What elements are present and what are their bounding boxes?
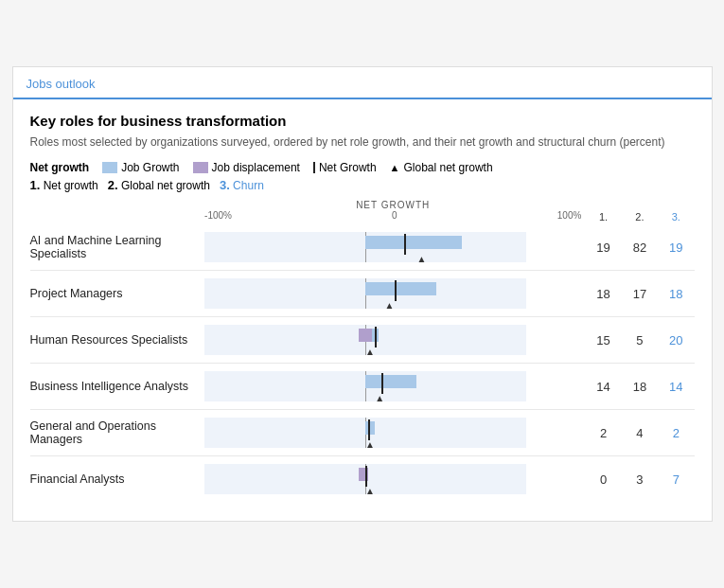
job-name-cell: General and Operations Managers: [30, 410, 202, 456]
num-col-3: 14: [658, 364, 694, 410]
page-title: Key roles for business transformation: [30, 113, 695, 129]
num-col-2: 82: [622, 224, 658, 271]
num-col-2: 5: [622, 317, 658, 364]
col-sublabel-1: 1. Net growth: [30, 178, 98, 192]
axis-scale: -100% 0 100%: [204, 210, 581, 223]
col-sublabel-3: 3. Churn: [220, 178, 264, 192]
table-row: General and Operations Managers▲242: [30, 410, 695, 456]
col-header-job: [30, 198, 202, 224]
bar-area: ▲: [204, 464, 526, 494]
axis-right: 100%: [557, 210, 582, 221]
job-name-cell: Financial Analysts: [30, 456, 202, 503]
tab-bar: Jobs outlook: [13, 67, 712, 99]
num-col-1: 0: [585, 456, 621, 503]
net-growth-marker: [395, 280, 397, 301]
bar-area: ▲: [204, 371, 526, 401]
header-col3: 3.: [658, 198, 694, 224]
bar-cell: ▲: [201, 410, 585, 456]
table-row: Financial Analysts▲037: [30, 456, 695, 503]
job-name-cell: Project Managers: [30, 271, 202, 317]
net-growth-marker: [404, 234, 406, 255]
legend: Net growth Job Growth Job displacement N…: [30, 161, 695, 174]
bar-cell: ▲: [201, 364, 585, 410]
header-col1: 1.: [585, 198, 621, 224]
job-name-cell: Business Intelligence Analysts: [30, 364, 202, 410]
num-col-1: 15: [585, 317, 621, 364]
bar-cell: ▲: [201, 456, 585, 503]
displacement-box: [193, 162, 208, 173]
job-growth-label: Job Growth: [121, 161, 179, 174]
bar-cell: ▲: [201, 271, 585, 317]
displacement-bar: [359, 329, 372, 342]
page-subtitle: Roles most selected by organizations sur…: [30, 134, 695, 151]
job-growth-bar: [365, 375, 416, 388]
job-name-cell: AI and Machine Learning Specialists: [30, 224, 202, 271]
header-col2: 2.: [622, 198, 658, 224]
net-growth-line-icon: [313, 162, 315, 173]
global-triangle-marker: ▲: [375, 394, 384, 403]
bar-area: ▲: [204, 278, 526, 309]
net-growth-marker: [368, 419, 370, 440]
job-growth-box: [102, 162, 117, 173]
col-header-axis: NET GROWTH -100% 0 100%: [201, 198, 585, 224]
axis-title: NET GROWTH: [204, 200, 581, 210]
net-growth-marker: [381, 373, 383, 394]
net-growth-legend-label: Net Growth: [319, 161, 377, 174]
num-col-1: 19: [585, 224, 621, 271]
bar-area: ▲: [204, 325, 526, 355]
num-col-2: 3: [622, 456, 658, 503]
global-net-label: Global net growth: [404, 161, 493, 174]
bar-cell: ▲: [201, 317, 585, 364]
global-triangle-marker: ▲: [416, 255, 426, 264]
axis-left: -100%: [204, 210, 232, 221]
legend-label: Net growth: [30, 161, 90, 174]
bar-area: ▲: [204, 418, 526, 448]
legend-net-growth: Net Growth: [313, 161, 377, 174]
col-sublabel-2: 2. Global net growth: [108, 178, 210, 192]
num-col-3: 2: [658, 410, 694, 456]
num-col-3: 7: [658, 456, 694, 503]
global-triangle-marker: ▲: [384, 301, 394, 311]
net-growth-marker: [365, 466, 367, 487]
table-row: Business Intelligence Analysts▲141814: [30, 364, 695, 410]
content-area: Key roles for business transformation Ro…: [13, 99, 712, 503]
global-triangle-marker: ▲: [365, 487, 375, 496]
job-name-cell: Human Resources Specialists: [30, 317, 202, 364]
global-triangle-marker: ▲: [365, 440, 375, 450]
column-sublabels: 1. Net growth 2. Global net growth 3. Ch…: [30, 178, 695, 192]
num-col-2: 4: [622, 410, 658, 456]
chart-table: NET GROWTH -100% 0 100% 1. 2. 3. AI and …: [30, 198, 695, 502]
num-col-1: 18: [585, 271, 621, 317]
table-row: AI and Machine Learning Specialists▲1982…: [30, 224, 695, 271]
table-row: Human Resources Specialists▲15520: [30, 317, 695, 364]
axis-center: 0: [392, 210, 397, 221]
global-triangle-icon: ▲: [390, 163, 400, 173]
num-col-1: 2: [585, 410, 621, 456]
num-col-2: 17: [622, 271, 658, 317]
displacement-label: Job displacement: [212, 161, 300, 174]
legend-global-net: ▲ Global net growth: [390, 161, 493, 174]
bar-area: ▲: [204, 232, 526, 262]
job-growth-bar: [365, 282, 436, 295]
legend-displacement: Job displacement: [193, 161, 300, 174]
num-col-3: 18: [658, 271, 694, 317]
num-col-3: 20: [658, 317, 694, 364]
num-col-1: 14: [585, 364, 621, 410]
bar-cell: ▲: [201, 224, 585, 271]
global-triangle-marker: ▲: [365, 347, 375, 357]
jobs-outlook-card: Jobs outlook Key roles for business tran…: [12, 66, 713, 523]
job-growth-bar: [365, 236, 462, 249]
tab-label: Jobs outlook: [26, 77, 96, 91]
legend-job-growth: Job Growth: [102, 161, 179, 174]
table-row: Project Managers▲181718: [30, 271, 695, 317]
net-growth-marker: [375, 327, 377, 347]
num-col-2: 18: [622, 364, 658, 410]
num-col-3: 19: [658, 224, 694, 271]
